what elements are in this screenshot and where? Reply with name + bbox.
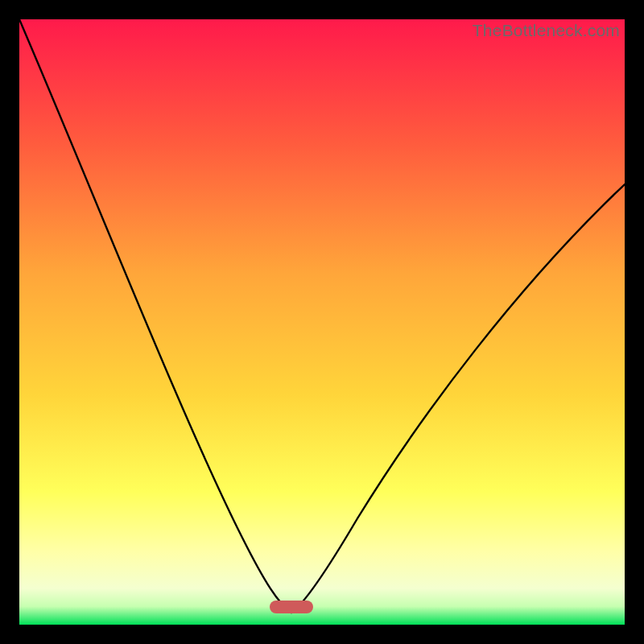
bottleneck-chart bbox=[19, 19, 625, 625]
watermark-text: TheBottleneck.com bbox=[473, 21, 620, 40]
gradient-background bbox=[19, 19, 625, 625]
chart-frame: TheBottleneck.com bbox=[19, 19, 625, 625]
optimum-marker bbox=[270, 601, 313, 613]
